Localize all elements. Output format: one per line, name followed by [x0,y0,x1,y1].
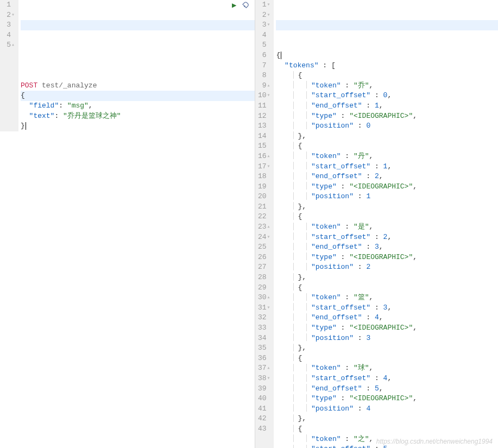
code-line: { [276,283,498,293]
code-line: "end_offset" : 3, [276,242,498,253]
code-line: { [276,212,498,222]
request-editor[interactable]: 1 2 ▾3 4 5 ▴ POST test/_analyze{ "field"… [0,0,255,131]
gutter-line: 9 ▴ [255,81,270,91]
gutter-line: 7 [255,61,270,71]
gutter-line: 22 [255,212,270,222]
run-icon[interactable]: ▶ [232,1,236,11]
gutter-line: 43 [255,424,270,434]
gutter-line: 12 [255,111,270,122]
gutter-line: 41 [255,404,270,414]
code-line: "token" : "乔", [276,81,498,91]
gutter-line: 11 [255,101,270,111]
code-line: "end_offset" : 2, [276,172,498,182]
editor-actions: ▶ [232,1,250,11]
gutter-line: 34 [255,333,270,344]
code-line: }, [276,202,498,212]
code-line: "type" : "<IDEOGRAPHIC>", [276,182,498,192]
code-line: "token" : "丹", [276,152,498,162]
gutter-line: 26 [255,253,270,263]
code-line: "token" : "篮", [276,293,498,303]
code-line: "field": "msg", [21,101,255,111]
gutter-line: 20 [255,192,270,202]
settings-icon[interactable] [242,1,250,11]
gutter-line: 13 [255,121,270,131]
gutter-line: 35 [255,343,270,354]
code-line: { [276,141,498,152]
gutter-line: 25 [255,242,270,253]
code-line: "token" : "球", [276,363,498,374]
gutter-line: 28 [255,273,270,283]
gutter-line: 42 [255,414,270,424]
response-viewer[interactable]: 1 ▾2 ▾3 ▾4 5 6 7 8 9 ▴10 ▾11 12 13 14 15… [255,0,498,448]
code-line: "token" : "是", [276,222,498,232]
gutter-line: 17 ▾ [255,162,270,172]
code-line: { [276,51,498,61]
gutter-line: 8 [255,71,270,81]
code-line: }, [276,273,498,283]
code-line: } [21,121,255,131]
gutter-line: 39 [255,384,270,394]
code-line: }, [276,343,498,354]
left-gutter: 1 2 ▾3 4 5 ▴ [0,0,18,131]
gutter-line: 3 ▾ [255,20,270,30]
gutter-line: 14 [255,131,270,142]
code-line: "start_offset" : 0, [276,91,498,101]
gutter-line: 4 [0,30,15,41]
code-line: "type" : "<IDEOGRAPHIC>", [276,111,498,122]
gutter-line: 31 ▾ [255,303,270,313]
gutter-line: 27 [255,262,270,273]
gutter-line: 38 ▾ [255,374,270,384]
gutter-line: 15 [255,141,270,152]
code-line: "position" : 1 [276,192,498,202]
gutter-line: 1 [0,0,15,10]
code-line: }, [276,414,498,424]
code-line: "start_offset" : 3, [276,303,498,313]
request-editor-pane: ▶ 1 2 ▾3 4 5 ▴ POST test/_analyze{ "fiel… [0,0,255,448]
gutter-line: 24 ▾ [255,232,270,243]
code-line: { [21,91,255,101]
code-line: "tokens" : [ [276,61,498,71]
code-line: { [276,354,498,364]
code-line: "position" : 4 [276,404,498,414]
gutter-line: 40 [255,394,270,404]
code-line: "end_offset" : 1, [276,101,498,111]
gutter-line: 1 ▾ [255,0,270,10]
code-line: { [276,71,498,81]
gutter-line: 37 ▴ [255,363,270,374]
code-line: "start_offset" : 2, [276,232,498,243]
gutter-line: 16 ▴ [255,152,270,162]
gutter-line: 30 ▴ [255,293,270,303]
code-line: "position" : 3 [276,333,498,344]
code-line: "end_offset" : 4, [276,313,498,323]
code-line: "position" : 2 [276,262,498,273]
gutter-line: 6 [255,51,270,61]
right-gutter: 1 ▾2 ▾3 ▾4 5 6 7 8 9 ▴10 ▾11 12 13 14 15… [255,0,274,448]
gutter-line: 2 ▾ [0,10,15,21]
gutter-line: 36 [255,354,270,364]
code-line: "position" : 0 [276,121,498,131]
code-line: "type" : "<IDEOGRAPHIC>", [276,323,498,333]
request-code[interactable]: POST test/_analyze{ "field": "msg", "tex… [18,0,255,131]
code-line: POST test/_analyze [21,81,255,91]
active-line-highlight [21,20,255,30]
gutter-line: 3 [0,20,15,30]
gutter-line: 5 [255,40,270,51]
code-line: { [276,424,498,434]
gutter-line: 18 [255,172,270,182]
gutter-line: 4 [255,30,270,41]
code-line: "start_offset" : 4, [276,374,498,384]
code-line: "text": "乔丹是篮球之神" [21,111,255,122]
active-line-highlight [276,20,498,30]
gutter-line: 29 [255,283,270,293]
gutter-line: 21 [255,202,270,212]
gutter-line: 5 ▴ [0,40,15,51]
gutter-line: 33 [255,323,270,333]
svg-point-0 [244,6,245,7]
code-line: "type" : "<IDEOGRAPHIC>", [276,253,498,263]
gutter-line: 19 [255,182,270,192]
response-viewer-pane: 1 ▾2 ▾3 ▾4 5 6 7 8 9 ▴10 ▾11 12 13 14 15… [255,0,498,448]
gutter-line: 23 ▴ [255,222,270,232]
code-line: }, [276,131,498,142]
response-code[interactable]: { "tokens" : [ { "token" : "乔", "start_o… [274,0,498,448]
code-line: "type" : "<IDEOGRAPHIC>", [276,394,498,404]
